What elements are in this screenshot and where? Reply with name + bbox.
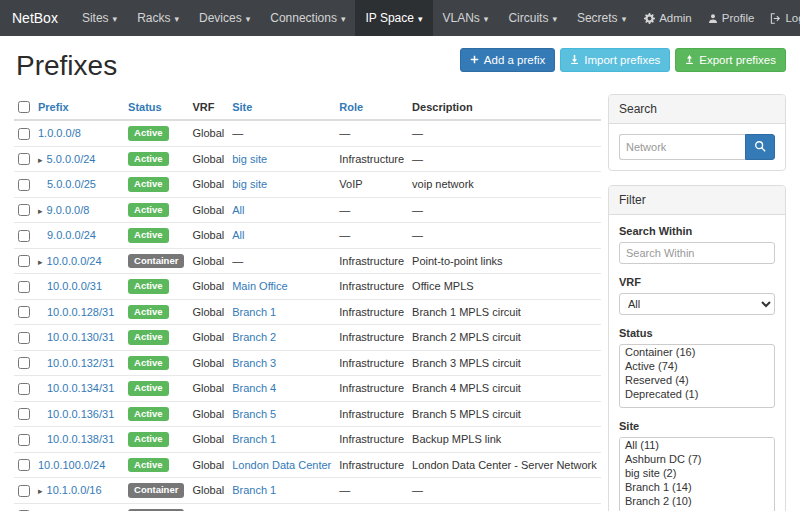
- column-header-status[interactable]: Status: [124, 94, 188, 120]
- prefix-link[interactable]: 10.0.0.138/31: [47, 433, 114, 445]
- prefix-link[interactable]: 10.0.0.134/31: [47, 382, 114, 394]
- export-prefixes-button[interactable]: Export prefixes: [675, 48, 786, 72]
- site-link[interactable]: Branch 1: [232, 306, 276, 318]
- site-multiselect[interactable]: All (11)Ashburn DC (7)big site (2)Branch…: [619, 437, 775, 511]
- status-badge[interactable]: Active: [128, 126, 169, 141]
- site-link[interactable]: London Data Center: [232, 459, 331, 471]
- description-cell: Branch 2 MPLS circuit: [408, 325, 601, 351]
- prefix-link[interactable]: 9.0.0.0/24: [47, 229, 96, 241]
- search-within-input[interactable]: [619, 242, 775, 264]
- status-badge[interactable]: Active: [128, 152, 169, 167]
- chevron-down-icon: [246, 11, 251, 25]
- status-badge[interactable]: Active: [128, 279, 169, 294]
- main-menu: SitesRacksDevicesConnectionsIP SpaceVLAN…: [72, 0, 636, 36]
- status-badge[interactable]: Container: [128, 483, 184, 498]
- nav-admin[interactable]: Admin: [636, 0, 700, 36]
- status-multiselect[interactable]: Container (16)Active (74)Reserved (4)Dep…: [619, 344, 775, 408]
- nav-profile[interactable]: Profile: [700, 0, 763, 36]
- status-badge[interactable]: Active: [128, 228, 169, 243]
- export-prefixes-label: Export prefixes: [699, 54, 776, 66]
- chevron-down-icon: [622, 11, 627, 25]
- prefix-table-container: PrefixStatusVRFSiteRoleDescription 1.0.0…: [14, 94, 592, 511]
- prefix-link[interactable]: 10.0.0.132/31: [47, 357, 114, 369]
- row-checkbox[interactable]: [18, 306, 30, 318]
- nav-logout[interactable]: Log out: [762, 0, 800, 36]
- vrf-select[interactable]: All: [619, 293, 775, 315]
- status-badge[interactable]: Container: [128, 254, 184, 269]
- prefix-link[interactable]: 10.0.100.0/24: [38, 459, 105, 471]
- site-link[interactable]: big site: [232, 178, 267, 190]
- prefix-link[interactable]: 10.0.0.128/31: [47, 306, 114, 318]
- vrf-label: VRF: [619, 276, 775, 288]
- status-badge[interactable]: Active: [128, 356, 169, 371]
- status-badge[interactable]: Active: [128, 305, 169, 320]
- app-logo[interactable]: NetBox: [12, 0, 72, 36]
- status-badge[interactable]: Active: [128, 381, 169, 396]
- prefix-link[interactable]: 10.1.0.0/16: [47, 484, 102, 496]
- row-checkbox[interactable]: [18, 459, 30, 471]
- nav-item-sites[interactable]: Sites: [72, 0, 127, 36]
- vrf-cell: Global: [188, 350, 228, 376]
- row-checkbox[interactable]: [18, 153, 30, 165]
- prefix-link[interactable]: 5.0.0.0/25: [47, 178, 96, 190]
- search-button[interactable]: [745, 134, 775, 160]
- row-checkbox[interactable]: [18, 434, 30, 446]
- prefix-link[interactable]: 1.0.0.0/8: [38, 127, 81, 139]
- status-badge[interactable]: Active: [128, 432, 169, 447]
- status-badge[interactable]: Active: [128, 177, 169, 192]
- row-checkbox[interactable]: [18, 383, 30, 395]
- nav-item-devices[interactable]: Devices: [189, 0, 260, 36]
- prefix-link[interactable]: 10.0.0.0/24: [47, 255, 102, 267]
- nav-item-vlans[interactable]: VLANs: [433, 0, 499, 36]
- row-checkbox[interactable]: [18, 485, 30, 497]
- site-link[interactable]: Branch 2: [232, 331, 276, 343]
- status-badge[interactable]: Active: [128, 330, 169, 345]
- prefix-link[interactable]: 10.0.0.0/31: [47, 280, 102, 292]
- row-checkbox[interactable]: [18, 255, 30, 267]
- site-link[interactable]: Branch 4: [232, 382, 276, 394]
- select-all-checkbox[interactable]: [18, 101, 30, 113]
- column-header-role[interactable]: Role: [335, 94, 408, 120]
- site-link[interactable]: Branch 1: [232, 484, 276, 496]
- nav-item-secrets[interactable]: Secrets: [567, 0, 636, 36]
- status-badge[interactable]: Active: [128, 407, 169, 422]
- row-checkbox[interactable]: [18, 281, 30, 293]
- prefix-link[interactable]: 9.0.0.0/8: [47, 204, 90, 216]
- row-checkbox[interactable]: [18, 204, 30, 216]
- site-link[interactable]: Main Office: [232, 280, 287, 292]
- prefix-link[interactable]: 10.0.0.136/31: [47, 408, 114, 420]
- site-link[interactable]: Branch 5: [232, 408, 276, 420]
- chevron-down-icon: [552, 11, 557, 25]
- site-link[interactable]: Branch 1: [232, 433, 276, 445]
- site-link[interactable]: All: [232, 229, 244, 241]
- row-checkbox[interactable]: [18, 408, 30, 420]
- column-header-description: Description: [408, 94, 601, 120]
- row-checkbox[interactable]: [18, 357, 30, 369]
- row-checkbox[interactable]: [18, 128, 30, 140]
- site-link[interactable]: Branch 3: [232, 357, 276, 369]
- import-prefixes-button[interactable]: Import prefixes: [560, 48, 670, 72]
- prefix-link[interactable]: 10.0.0.130/31: [47, 331, 114, 343]
- status-badge[interactable]: Active: [128, 458, 169, 473]
- nav-item-label: Devices: [199, 11, 242, 25]
- add-prefix-button[interactable]: Add a prefix: [460, 48, 555, 72]
- row-checkbox[interactable]: [18, 179, 30, 191]
- nav-item-label: Circuits: [508, 11, 548, 25]
- table-row: 10.1.0.0/16ContainerGlobalBranch 1——: [14, 478, 601, 504]
- column-header-site[interactable]: Site: [228, 94, 335, 120]
- prefix-link[interactable]: 5.0.0.0/24: [47, 153, 96, 165]
- nav-item-racks[interactable]: Racks: [127, 0, 189, 36]
- role-cell: VoIP: [335, 172, 408, 198]
- table-row: 10.0.0.128/31ActiveGlobalBranch 1Infrast…: [14, 299, 601, 325]
- nav-item-circuits[interactable]: Circuits: [498, 0, 567, 36]
- search-input[interactable]: [619, 134, 745, 160]
- column-header-prefix[interactable]: Prefix: [34, 94, 124, 120]
- site-link[interactable]: All: [232, 204, 244, 216]
- row-checkbox[interactable]: [18, 230, 30, 242]
- row-checkbox[interactable]: [18, 332, 30, 344]
- nav-item-connections[interactable]: Connections: [260, 0, 355, 36]
- status-badge[interactable]: Active: [128, 203, 169, 218]
- site-empty: —: [232, 127, 243, 139]
- nav-item-ip-space[interactable]: IP Space: [355, 0, 432, 36]
- site-link[interactable]: big site: [232, 153, 267, 165]
